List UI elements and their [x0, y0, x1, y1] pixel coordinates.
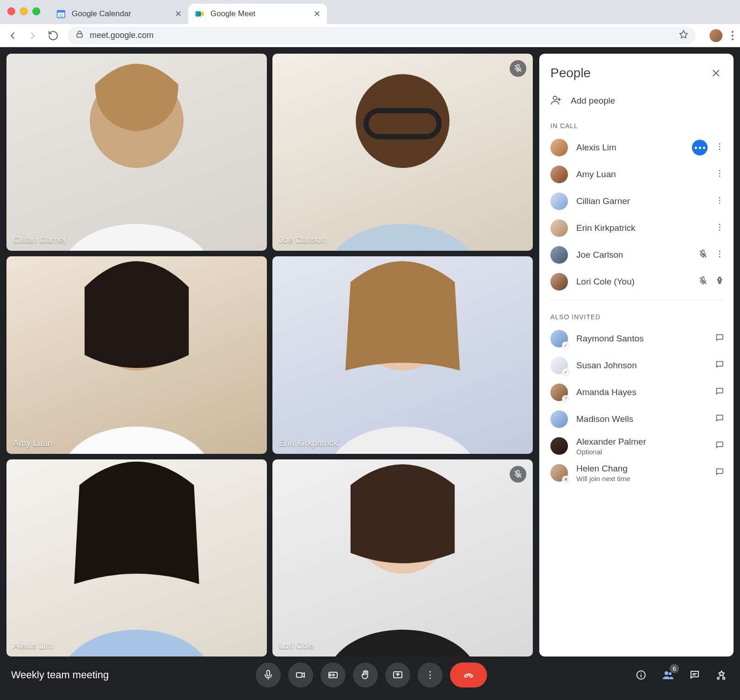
tab-close-icon[interactable]: ✕ [314, 9, 321, 19]
chat-button[interactable] [687, 668, 702, 682]
avatar-icon [550, 219, 568, 237]
person-row[interactable]: ✓ Susan Johnson [550, 352, 724, 379]
rsvp-question-icon: ? [562, 395, 569, 403]
mic-toggle-button[interactable] [256, 663, 281, 688]
participant-video-placeholder [6, 459, 267, 657]
chat-icon[interactable] [715, 414, 724, 425]
tab-title: Google Meet [210, 9, 255, 19]
mic-off-icon [698, 249, 708, 260]
window-maximize-icon[interactable] [32, 7, 40, 15]
person-row[interactable]: Cillian Garner [550, 188, 724, 215]
tab-calendar[interactable]: 31 Google Calendar ✕ [49, 4, 188, 24]
person-row[interactable]: Lori Cole (You) [550, 268, 724, 295]
meet-app: Cillian Garner Joe Carlson Amy Luan Erin… [0, 47, 740, 700]
svg-point-37 [669, 672, 672, 675]
person-row[interactable]: Alexander Palmer Optional [550, 433, 724, 459]
more-options-button[interactable] [715, 142, 724, 153]
calendar-favicon-icon: 31 [56, 9, 66, 19]
speaking-indicator-icon [692, 140, 708, 155]
svg-point-18 [719, 173, 721, 174]
lock-icon [75, 30, 84, 41]
browser-menu-icon[interactable] [732, 31, 734, 40]
participant-count-badge: 6 [670, 664, 679, 673]
video-tile[interactable]: Alexis Lim [6, 459, 267, 657]
svg-point-36 [665, 671, 668, 675]
video-tile[interactable]: Erin Kirkpatrick [272, 256, 533, 453]
svg-point-16 [719, 149, 721, 150]
svg-point-14 [719, 143, 721, 145]
avatar-icon [550, 192, 568, 210]
more-options-button[interactable] [715, 223, 724, 234]
person-name: Helen Chang [576, 464, 707, 474]
chat-icon[interactable] [715, 333, 724, 344]
person-name: Raymond Santos [576, 334, 707, 344]
person-row[interactable]: ✓ Raymond Santos [550, 325, 724, 352]
person-row[interactable]: Alexis Lim [550, 134, 724, 161]
add-people-label: Add people [571, 96, 615, 106]
participant-video-placeholder [6, 54, 267, 251]
rsvp-declined-icon: ✕ [562, 476, 569, 483]
person-name: Erin Kirkpatrick [576, 223, 707, 233]
window-close-icon[interactable] [7, 7, 15, 15]
video-tile[interactable]: Lori Cole [272, 459, 533, 657]
captions-button[interactable] [321, 663, 345, 688]
more-options-button[interactable] [418, 663, 443, 688]
person-row[interactable]: Erin Kirkpatrick [550, 215, 724, 242]
end-call-button[interactable] [450, 663, 487, 688]
svg-point-22 [719, 203, 721, 204]
tab-close-icon[interactable]: ✕ [175, 9, 182, 19]
video-tile[interactable]: Joe Carlson [272, 54, 533, 251]
svg-point-33 [429, 674, 431, 675]
chat-icon[interactable] [715, 467, 724, 478]
person-row[interactable]: Amy Luan [550, 161, 724, 188]
more-options-button[interactable] [715, 249, 724, 260]
person-row[interactable]: Madison Wells [550, 406, 724, 433]
svg-rect-5 [77, 34, 82, 37]
chat-icon[interactable] [715, 387, 724, 398]
more-options-button[interactable] [715, 196, 724, 207]
more-options-button[interactable] [715, 169, 724, 180]
meeting-details-button[interactable] [634, 668, 648, 682]
tile-name: Cillian Garner [13, 235, 67, 245]
svg-point-28 [719, 256, 721, 258]
svg-point-15 [719, 146, 721, 148]
video-tile[interactable]: Cillian Garner [6, 54, 267, 251]
mic-off-icon [510, 60, 526, 77]
avatar-icon [550, 139, 568, 156]
window-controls[interactable] [7, 7, 40, 15]
url-input[interactable]: meet.google.com [68, 27, 696, 44]
svg-point-24 [719, 227, 721, 228]
profile-avatar-icon[interactable] [709, 29, 722, 42]
star-icon[interactable] [679, 30, 688, 41]
nav-reload-icon[interactable] [47, 30, 59, 42]
person-row[interactable]: Joe Carlson [550, 242, 724, 268]
chat-icon[interactable] [715, 440, 724, 452]
activities-button[interactable] [714, 668, 729, 682]
add-people-button[interactable]: Add people [550, 90, 724, 112]
present-screen-button[interactable] [385, 663, 410, 688]
bottom-bar: Weekly team meeting 6 [6, 657, 734, 694]
video-grid: Cillian Garner Joe Carlson Amy Luan Erin… [6, 54, 533, 657]
tile-name: Amy Luan [13, 438, 53, 448]
svg-rect-1 [57, 11, 65, 13]
person-name: Madison Wells [576, 414, 707, 424]
rsvp-check-icon: ✓ [562, 368, 569, 376]
person-row[interactable]: ? Amanda Hayes [550, 379, 724, 406]
raise-hand-button[interactable] [353, 663, 378, 688]
person-name: Alexander Palmer [576, 437, 707, 447]
person-row[interactable]: ✕ Helen Chang Will join next time [550, 459, 724, 486]
nav-forward-icon[interactable] [27, 30, 39, 42]
person-name: Cillian Garner [576, 196, 707, 206]
people-button[interactable]: 6 [660, 668, 675, 682]
participant-video-placeholder [272, 459, 533, 657]
panel-close-button[interactable] [708, 65, 724, 81]
chat-icon[interactable] [715, 360, 724, 371]
video-tile[interactable]: Amy Luan [6, 256, 267, 453]
participant-video-placeholder [6, 256, 267, 453]
nav-back-icon[interactable] [6, 30, 18, 42]
window-minimize-icon[interactable] [20, 7, 28, 15]
tab-meet[interactable]: Google Meet ✕ [188, 4, 327, 24]
pin-icon[interactable] [715, 276, 724, 287]
svg-rect-4 [196, 12, 198, 17]
camera-toggle-button[interactable] [288, 663, 313, 688]
